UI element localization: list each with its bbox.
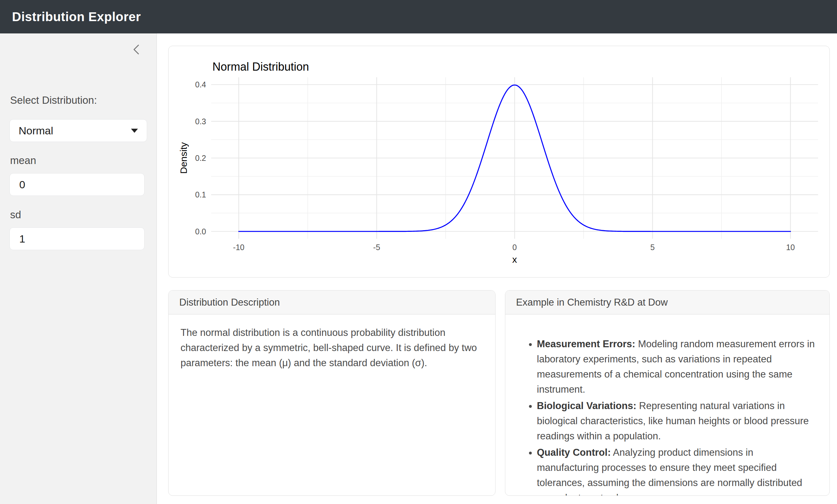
x-axis-title: x <box>512 254 517 265</box>
y-tick-label: 0.0 <box>195 227 206 236</box>
description-card-body: The normal distribution is a continuous … <box>168 314 495 381</box>
distribution-select[interactable]: Normal <box>10 119 147 142</box>
y-axis-title: Density <box>178 142 189 174</box>
mean-label: mean <box>10 154 36 167</box>
plot-title: Normal Distribution <box>212 60 309 73</box>
select-distribution-label: Select Distribution: <box>10 94 97 106</box>
x-tick-label: 10 <box>786 243 795 252</box>
example-card: Example in Chemistry R&D at Dow Measurem… <box>505 290 830 496</box>
distribution-select-value: Normal <box>19 125 131 137</box>
sd-input[interactable] <box>10 227 145 250</box>
plot-card: 0.00.10.20.30.4-10-50510xDensityNormal D… <box>168 46 830 278</box>
normal-distribution-plot: 0.00.10.20.30.4-10-50510xDensityNormal D… <box>168 46 830 277</box>
app-header: Distribution Explorer <box>0 0 837 34</box>
y-tick-label: 0.4 <box>195 80 206 89</box>
sidebar: Select Distribution: Normal mean sd <box>0 34 157 504</box>
mean-input[interactable] <box>10 173 145 196</box>
example-card-title: Example in Chemistry R&D at Dow <box>516 297 668 308</box>
sidebar-collapse-button[interactable] <box>129 42 144 57</box>
chevron-down-icon <box>131 129 138 133</box>
x-tick-label: -10 <box>233 243 244 252</box>
chevron-left-icon <box>130 42 144 56</box>
description-card-header: Distribution Description <box>168 291 495 314</box>
description-card: Distribution Description The normal dist… <box>168 290 496 496</box>
example-list-item: Measurement Errors: Modeling random meas… <box>537 337 817 397</box>
y-tick-label: 0.2 <box>195 154 206 163</box>
y-tick-label: 0.3 <box>195 117 206 126</box>
sd-label: sd <box>10 209 21 221</box>
x-tick-label: 5 <box>651 243 655 252</box>
example-list-item: Quality Control: Analyzing product dimen… <box>537 445 817 496</box>
app-title: Distribution Explorer <box>12 10 141 24</box>
description-card-title: Distribution Description <box>179 297 280 308</box>
example-list-item: Biological Variations: Representing natu… <box>537 398 817 444</box>
x-tick-label: 0 <box>513 243 517 252</box>
description-text: The normal distribution is a continuous … <box>180 325 483 371</box>
example-card-header: Example in Chemistry R&D at Dow <box>505 291 830 314</box>
example-list: Measurement Errors: Modeling random meas… <box>517 337 817 496</box>
example-card-body: Measurement Errors: Modeling random meas… <box>505 314 830 494</box>
y-tick-label: 0.1 <box>195 190 206 199</box>
x-tick-label: -5 <box>373 243 380 252</box>
